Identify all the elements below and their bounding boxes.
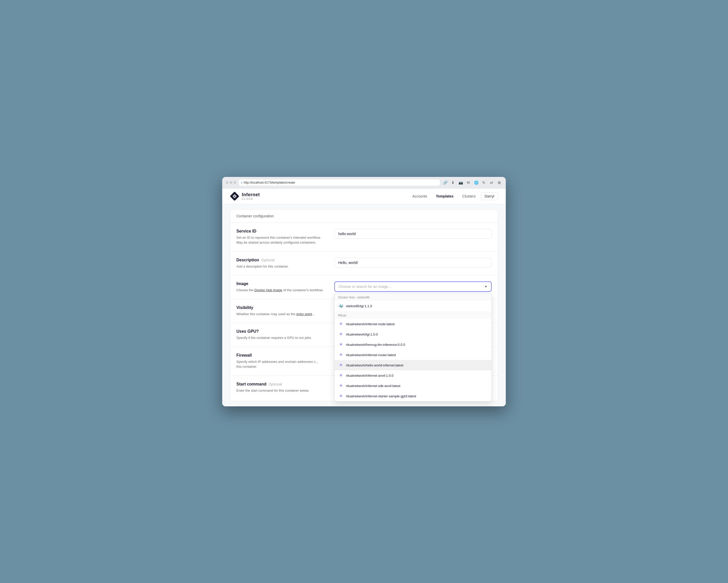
form-card-title: Container configuration [236, 214, 274, 218]
firewall-desc: Specify which IP addresses and onchain a… [236, 359, 324, 369]
form-card-header: Container configuration [230, 210, 498, 223]
dropdown-item-tgi[interactable]: ✳ ritualnetwork/tgi:1.0.0 [335, 329, 491, 339]
description-section: Description Optional Add a description f… [230, 252, 498, 276]
dropdown-item-router[interactable]: ✳ ritualnetwork/infernet-router:latest [335, 350, 491, 360]
service-id-input[interactable] [334, 229, 492, 239]
start-command-desc: Enter the start command for this contain… [236, 388, 324, 393]
svg-rect-0 [230, 192, 239, 201]
nav-accounts[interactable]: Accounts [409, 193, 431, 200]
browser-window: i http://localhost:4173/templates/create… [222, 177, 506, 406]
app-container: Infernet CLOUD Accounts Templates Cluste… [222, 189, 506, 406]
browser-actions: 🔗 ⬇ 📷 ✉ 🌐 ↻ ⇄ ⊞ [442, 180, 502, 186]
logo-sub: CLOUD [242, 197, 260, 200]
description-title: Description Optional [236, 258, 324, 262]
visibility-title: Visibility [236, 305, 324, 310]
image-desc: Choose the Docker Hub image of the conta… [236, 288, 324, 293]
ritual-icon: ✳ [338, 332, 343, 337]
image-label-area: Image Choose the Docker Hub image of the… [236, 281, 324, 293]
gpu-title: Uses GPU? [236, 329, 324, 334]
image-section: Image Choose the Docker Hub image of the… [230, 275, 498, 299]
description-label-area: Description Optional Add a description f… [236, 258, 324, 269]
dropdown-item-label: stelios96/tgi:1.1.0 [346, 304, 372, 308]
ritual-icon: ✳ [338, 322, 343, 327]
ritual-icon: ✳ [338, 373, 343, 378]
service-id-desc: Set an ID to represent this container's … [236, 235, 324, 245]
logo-text: Infernet CLOUD [242, 192, 260, 200]
description-optional: Optional [261, 258, 275, 262]
dropdown-item-starter-gpt3[interactable]: ✳ ritualnetwork/infernet-starter-sample-… [335, 391, 491, 401]
dropdown-item-frenrug[interactable]: ✳ ritualnetwork/frenrug-llm-inference:0.… [335, 339, 491, 350]
gpu-desc: Specify if the container requires a GPU … [236, 335, 324, 340]
camera-icon[interactable]: 📷 [458, 180, 464, 186]
url-text: http://localhost:4173/templates/create [243, 181, 295, 184]
firewall-label-area: Firewall Specify which IP addresses and … [236, 353, 324, 369]
mail-icon[interactable]: ✉ [466, 180, 471, 186]
description-desc: Add a description for this container. [236, 264, 324, 269]
service-id-input-area [334, 229, 492, 239]
ritual-icon: ✳ [338, 342, 343, 347]
docker-whale-icon: 🐳 [338, 303, 343, 308]
main-content: Container configuration Service ID Set a… [222, 204, 506, 406]
refresh-icon[interactable]: ↻ [481, 180, 487, 186]
dropdown-item-label: ritualnetwork/infernet-router:latest [346, 353, 396, 357]
download-icon[interactable]: ⬇ [450, 180, 456, 186]
ritual-icon: ✳ [338, 383, 343, 388]
logo-area: Infernet CLOUD [230, 192, 260, 201]
description-input[interactable] [334, 258, 492, 268]
dropdown-item-label: ritualnetwork/hello-world-infernet:lates… [346, 363, 404, 367]
gpu-label-area: Uses GPU? Specify if the container requi… [236, 329, 324, 340]
browser-dot-maximize[interactable] [234, 181, 236, 184]
nav-clusters[interactable]: Clusters [459, 193, 479, 200]
form-card: Container configuration Service ID Set a… [230, 210, 498, 401]
browser-dots [226, 181, 236, 184]
browser-dot-minimize[interactable] [230, 181, 232, 184]
logo-name: Infernet [242, 192, 260, 197]
visibility-label-area: Visibility Whether this container may us… [236, 305, 324, 317]
info-icon: i [241, 181, 242, 184]
main-nav: Accounts Templates Clusters Darryl [409, 192, 498, 200]
dropdown-item-label: ritualnetwork/infernet-sdk-anvil:latest [346, 384, 400, 388]
dropdown-item-sdk-anvil[interactable]: ✳ ritualnetwork/infernet-sdk-anvil:lates… [335, 381, 491, 391]
chevron-down-icon: ▼ [485, 285, 488, 288]
grid-icon[interactable]: ⊞ [496, 180, 502, 186]
address-bar[interactable]: i http://localhost:4173/templates/create [239, 179, 440, 186]
dropdown-item-label: ritualnetwork/tgi:1.0.0 [346, 332, 378, 336]
visibility-desc: Whether this container may used as the e… [236, 312, 324, 317]
docker-hub-link[interactable]: Docker Hub image [255, 288, 282, 292]
image-input-area: Choose or search for an image... ▼ Docke… [334, 281, 492, 292]
image-dropdown-menu: Docker Hub › stelios96 🐳 stelios96/tgi:1… [334, 293, 492, 401]
dropdown-item-label: ritualnetwork/frenrug-llm-inference:0.0.… [346, 343, 405, 346]
ritual-icon: ✳ [338, 352, 343, 357]
nav-user[interactable]: Darryl [481, 192, 498, 200]
image-dropdown-trigger[interactable]: Choose or search for an image... ▼ [334, 281, 492, 292]
dropdown-item-anvil[interactable]: ✳ ritualnetwork/infernet-anvil:1.0.0 [335, 370, 491, 381]
service-id-section: Service ID Set an ID to represent this c… [230, 223, 498, 252]
dropdown-item-infernet-node[interactable]: ✳ ritualnetwork/infernet-node:latest [335, 319, 491, 329]
image-placeholder: Choose or search for an image... [338, 284, 391, 289]
ritual-icon: ✳ [338, 363, 343, 368]
service-id-label-area: Service ID Set an ID to represent this c… [236, 229, 324, 245]
description-input-area [334, 258, 492, 268]
sync-icon[interactable]: ⇄ [489, 180, 494, 186]
logo-icon [230, 192, 239, 201]
dropdown-item-stelios96-tgi[interactable]: 🐳 stelios96/tgi:1.1.0 [335, 301, 491, 311]
dropdown-group-2-header: Ritual [335, 311, 491, 319]
entry-point-link[interactable]: entry point [296, 312, 312, 316]
nav-templates[interactable]: Templates [432, 193, 457, 200]
dropdown-item-hello-world[interactable]: ✳ ritualnetwork/hello-world-infernet:lat… [335, 360, 491, 370]
app-header: Infernet CLOUD Accounts Templates Cluste… [222, 189, 506, 204]
dropdown-item-label: ritualnetwork/infernet-node:latest [346, 322, 395, 326]
link-icon[interactable]: 🔗 [442, 180, 448, 186]
browser-chrome: i http://localhost:4173/templates/create… [222, 177, 506, 189]
firewall-title: Firewall [236, 353, 324, 358]
dropdown-item-label: ritualnetwork/infernet-starter-sample-gp… [346, 394, 416, 398]
start-command-title: Start command Optional [236, 382, 324, 387]
dropdown-item-label: ritualnetwork/infernet-anvil:1.0.0 [346, 373, 393, 378]
ritual-icon: ✳ [338, 393, 343, 399]
globe-icon[interactable]: 🌐 [473, 180, 479, 186]
browser-dot-close[interactable] [226, 181, 228, 184]
start-command-optional: Optional [268, 382, 282, 386]
start-command-label-area: Start command Optional Enter the start c… [236, 382, 324, 393]
image-title: Image [236, 281, 324, 286]
dropdown-group-1-header: Docker Hub › stelios96 [335, 293, 491, 301]
